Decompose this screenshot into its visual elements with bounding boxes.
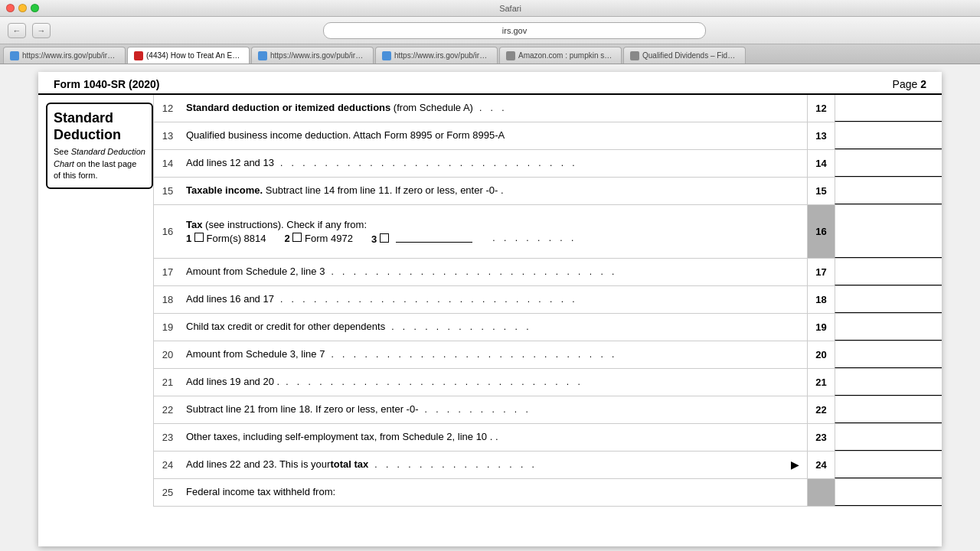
maximize-button[interactable] [31, 4, 39, 12]
line-14-dots: . . . . . . . . . . . . . . . . . . . . … [280, 157, 796, 170]
line-13-text: Qualified business income deduction. Att… [186, 129, 505, 142]
table-row: 20 Amount from Schedule 3, line 7 . . . … [154, 341, 942, 369]
tab-2[interactable]: (4434) How to Treat An Enlarged Prostate… [127, 47, 250, 64]
field-box-23[interactable] [835, 424, 942, 451]
line-25-text: Federal income tax withheld from: [186, 485, 335, 499]
line-number-15: 15 [154, 178, 181, 204]
line-number-13: 13 [154, 122, 181, 149]
line-24-content: Add lines 22 and 23. This is your total … [181, 452, 807, 478]
table-row: 15 Taxable income. Subtract line 14 from… [154, 178, 942, 205]
tab-3-label: https://www.irs.gov/pub/irs-pdf/f1040t1.… [270, 51, 367, 60]
field-box-21[interactable] [835, 369, 942, 396]
cb3-num: 3 [371, 233, 377, 245]
field-num-24: 24 [807, 452, 835, 478]
table-row: 24 Add lines 22 and 23. This is your tot… [154, 452, 942, 479]
tab-5-favicon [506, 51, 515, 60]
line-number-22: 22 [154, 396, 181, 423]
forward-button[interactable]: → [32, 23, 51, 38]
cb1-box[interactable] [194, 233, 204, 242]
line-12-bold: Standard deduction or itemized deduction… [186, 101, 390, 115]
line-16-top: Tax (see instructions). Check if any fro… [181, 216, 807, 232]
field-box-19[interactable] [835, 314, 942, 341]
tab-5[interactable]: Amazon.com : pumpkin seed oil [499, 47, 622, 64]
line-number-12: 12 [154, 95, 181, 122]
tab-1-favicon [10, 51, 19, 60]
cb3-box[interactable] [380, 233, 389, 243]
field-box-22[interactable] [835, 396, 942, 423]
address-bar[interactable]: irs.gov [323, 22, 706, 39]
tab-3[interactable]: https://www.irs.gov/pub/irs-pdf/f1040t1.… [251, 47, 374, 64]
line-number-17: 17 [154, 259, 181, 285]
line-16-bold: Tax [186, 219, 202, 230]
field-box-17[interactable] [835, 259, 942, 285]
field-box-16[interactable] [835, 205, 942, 258]
line-18-text: Add lines 16 and 17 [186, 292, 274, 306]
tab-4[interactable]: https://www.irs.gov/pub/irs-pdf/f1040t2.… [375, 47, 498, 64]
field-num-18: 18 [807, 286, 835, 313]
line-24-prefix: Add lines 22 and 23. This is your [186, 458, 330, 471]
table-row: 13 Qualified business income deduction. … [154, 122, 942, 150]
field-box-13[interactable] [835, 122, 942, 149]
field-num-12: 12 [807, 95, 835, 122]
line-24-arrow: ▶ [791, 458, 799, 473]
line-23-content: Other taxes, including self-employment t… [181, 424, 807, 451]
line-22-dots: . . . . . . . . . . [424, 403, 796, 416]
field-num-15: 15 [807, 178, 835, 204]
field-num-22: 22 [807, 396, 835, 423]
checkbox-group-1: 1 Form(s) 8814 [186, 233, 266, 244]
line-25-content: Federal income tax withheld from: [181, 479, 807, 506]
line-12-content: Standard deduction or itemized deduction… [181, 95, 807, 122]
cb3-blank [396, 232, 472, 243]
tab-6[interactable]: Qualified Dividends – Fidelity [623, 47, 746, 64]
app-name: Safari [47, 4, 974, 13]
checkbox-group-2: 2 Form 4972 [285, 233, 353, 244]
line-15-content: Taxable income. Subtract line 14 from li… [181, 178, 807, 204]
line-21-dots: . . . . . . . . . . . . . . . . . . . . … [286, 376, 796, 389]
field-num-17: 17 [807, 259, 835, 285]
table-row: 17 Amount from Schedule 2, line 3 . . . … [154, 259, 942, 286]
cb2-label: Form 4972 [305, 233, 353, 244]
line-16-checkboxes: 1 Form(s) 8814 2 Form 4972 [181, 232, 807, 248]
line-15-bold: Taxable income. [186, 184, 263, 197]
traffic-lights [6, 4, 39, 12]
browser-content: Form 1040-SR (2020) Page 2 StandardDeduc… [0, 64, 980, 551]
line-number-21: 21 [154, 369, 181, 396]
line-19-dots: . . . . . . . . . . . . . [391, 321, 796, 334]
line-14-content: Add lines 12 and 13 . . . . . . . . . . … [181, 150, 807, 177]
field-box-24[interactable] [835, 452, 942, 478]
field-num-14: 14 [807, 150, 835, 177]
close-button[interactable] [6, 4, 15, 12]
table-row: 16 Tax (see instructions). Check if any … [154, 205, 942, 259]
field-box-14[interactable] [835, 150, 942, 177]
line-number-25: 25 [154, 479, 181, 506]
tab-3-favicon [258, 51, 267, 60]
form-rows: 12 Standard deduction or itemized deduct… [153, 95, 942, 507]
tab-5-label: Amazon.com : pumpkin seed oil [518, 51, 615, 60]
line-20-dots: . . . . . . . . . . . . . . . . . . . . … [331, 348, 796, 361]
line-number-16: 16 [154, 205, 181, 258]
field-box-12[interactable] [835, 95, 942, 122]
line-20-content: Amount from Schedule 3, line 7 . . . . .… [181, 341, 807, 368]
form-title: Form 1040-SR (2020) [54, 78, 160, 90]
line-17-dots: . . . . . . . . . . . . . . . . . . . . … [331, 266, 796, 279]
form-body: StandardDeduction See Standard Deduction… [38, 95, 942, 507]
line-number-14: 14 [154, 150, 181, 177]
field-num-16: 16 [807, 205, 835, 258]
field-box-15[interactable] [835, 178, 942, 204]
cb2-num: 2 [285, 233, 290, 244]
field-box-20[interactable] [835, 341, 942, 368]
tab-1[interactable]: https://www.irs.gov/pub/irs-pdf/f1040s.p… [3, 47, 126, 64]
line-18-content: Add lines 16 and 17 . . . . . . . . . . … [181, 286, 807, 313]
tab-6-label: Qualified Dividends – Fidelity [642, 51, 739, 60]
minimize-button[interactable] [18, 4, 27, 12]
callout-chart-link: Standard Deduction Chart [54, 147, 145, 168]
cb2-box[interactable] [292, 233, 302, 242]
field-num-25 [807, 479, 835, 506]
field-box-25[interactable] [835, 479, 942, 506]
field-box-18[interactable] [835, 286, 942, 313]
tab-2-favicon [134, 51, 143, 60]
line-16-dots: . . . . . . . . [492, 233, 796, 243]
line-number-24: 24 [154, 452, 181, 478]
line-20-text: Amount from Schedule 3, line 7 [186, 347, 325, 361]
back-button[interactable]: ← [8, 23, 26, 38]
